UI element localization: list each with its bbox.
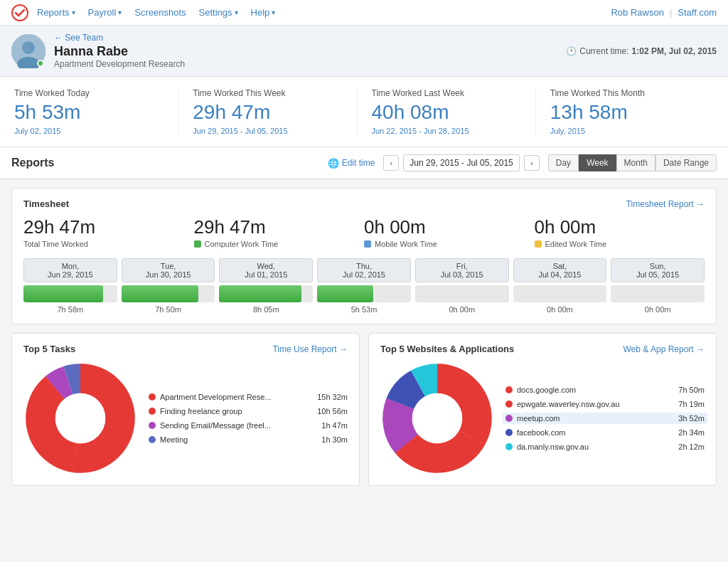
websites-legend: docs.google.com7h 50mepwgate.waverley.ns… (505, 386, 705, 451)
ts-mobile-label: Mobile Work Time (364, 240, 535, 248)
tasks-legend: Apartment Development Rese...15h 32mFind… (149, 393, 348, 444)
stat-last-week: Time Worked Last Week 40h 08m Jun 22, 20… (358, 88, 536, 135)
websites-chart-area: docs.google.com7h 50mepwgate.waverley.ns… (380, 361, 705, 475)
stat-month-value: 13h 58m (550, 101, 700, 124)
web-app-report-link[interactable]: Web & App Report → (623, 344, 705, 354)
nav-user[interactable]: Rob Rawson (611, 7, 663, 18)
day-bar-2 (219, 285, 301, 302)
websites-donut-svg (380, 361, 494, 475)
main-content: Timesheet Timesheet Report → 29h 47m Tot… (0, 179, 728, 494)
prev-date-button[interactable]: ‹ (383, 155, 399, 171)
stat-month-label: Time Worked This Month (550, 88, 700, 98)
day-time-3: 5h 53m (317, 305, 411, 314)
stat-week-label: Time Worked This Week (193, 88, 342, 98)
logo[interactable] (11, 4, 28, 21)
day-col-6: Sun,Jul 05, 20150h 00m (611, 258, 705, 314)
nav-help[interactable]: Help ▾ (251, 7, 276, 18)
legend-value-0: 7h 50m (678, 386, 705, 394)
nav-settings[interactable]: Settings ▾ (199, 7, 238, 18)
top-tasks-header: Top 5 Tasks Time Use Report → (23, 344, 348, 354)
see-team-link[interactable]: See Team (54, 33, 185, 43)
day-bar-wrap-5 (513, 285, 607, 302)
svg-point-14 (412, 393, 462, 443)
legend-item-3: Meeting1h 30m (149, 435, 348, 444)
legend-label-3: facebook.com (517, 428, 674, 437)
legend-dot-0 (149, 393, 156, 401)
period-month-button[interactable]: Month (616, 154, 655, 171)
next-date-button[interactable]: › (524, 155, 540, 171)
tasks-donut-chart (23, 361, 137, 475)
yellow-dot-icon (535, 240, 542, 248)
period-daterange-button[interactable]: Date Range (655, 154, 717, 171)
period-week-button[interactable]: Week (579, 154, 616, 171)
day-bar-wrap-3 (317, 285, 411, 302)
top-navigation: Reports ▾ Payroll ▾ Screenshots Settings… (0, 0, 728, 26)
legend-value-2: 3h 52m (678, 414, 705, 423)
legend-label-0: Apartment Development Rese... (160, 393, 313, 401)
stat-today-date: July 02, 2015 (14, 127, 164, 135)
current-time: 🕐 Current time: 1:02 PM, Jul 02, 2015 (566, 46, 717, 56)
ts-mobile-value: 0h 00m (364, 216, 535, 238)
legend-value-1: 7h 19m (678, 400, 705, 408)
legend-item-0: Apartment Development Rese...15h 32m (149, 393, 348, 401)
timesheet-report-link[interactable]: Timesheet Report → (626, 199, 705, 209)
chevron-down-icon: ▾ (72, 9, 75, 16)
reports-header: Reports 🌐 Edit time ‹ Jun 29, 2015 - Jul… (0, 147, 728, 179)
nav-staff[interactable]: Staff.com (678, 7, 717, 18)
day-bar-1 (122, 285, 198, 302)
legend-item-1: Finding freelance group10h 56m (149, 407, 348, 415)
websites-donut-chart (380, 361, 494, 475)
day-time-0: 7h 58m (23, 305, 117, 314)
nav-payroll[interactable]: Payroll ▾ (88, 7, 122, 18)
day-header-6: Sun,Jul 05, 2015 (611, 258, 705, 282)
legend-label-1: epwgate.waverley.nsw.gov.au (517, 400, 674, 408)
legend-value-1: 10h 56m (317, 407, 348, 415)
stat-lastweek-date: Jun 22, 2015 - Jun 28, 2015 (372, 127, 521, 135)
stat-week-date: Jun 29, 2015 - Jul 05, 2015 (193, 127, 342, 135)
globe-icon: 🌐 (328, 158, 339, 169)
legend-value-3: 2h 34m (678, 428, 705, 437)
ts-edited-label: Edited Work Time (535, 240, 705, 248)
period-buttons: Day Week Month Date Range (548, 154, 717, 171)
legend-label-4: da.manly.nsw.gov.au (517, 442, 674, 451)
day-col-0: Mon,Jun 29, 20157h 58m (23, 258, 117, 314)
nav-screenshots[interactable]: Screenshots (134, 7, 186, 18)
stat-today-value: 5h 53m (14, 101, 164, 124)
timesheet-title: Timesheet (23, 198, 69, 209)
top-websites-title: Top 5 Websites & Applications (380, 344, 514, 354)
tasks-chart-area: Apartment Development Rese...15h 32mFind… (23, 361, 348, 475)
day-header-1: Tue,Jun 30, 2015 (122, 258, 215, 282)
stat-month: Time Worked This Month 13h 58m July, 201… (536, 88, 714, 135)
legend-dot-3 (149, 436, 156, 443)
stat-lastweek-label: Time Worked Last Week (372, 88, 521, 98)
day-col-2: Wed,Jul 01, 20158h 05m (219, 258, 313, 314)
date-range-display: Jun 29, 2015 - Jul 05, 2015 (403, 154, 519, 171)
day-header-0: Mon,Jun 29, 2015 (23, 258, 117, 282)
time-use-report-link[interactable]: Time Use Report → (272, 344, 348, 354)
edit-time-button[interactable]: 🌐 Edit time (328, 158, 375, 169)
profile-bar: See Team Hanna Rabe Apartment Developmen… (0, 26, 728, 77)
period-day-button[interactable]: Day (548, 154, 579, 171)
legend-item-4: da.manly.nsw.gov.au2h 12m (505, 442, 705, 451)
stats-row: Time Worked Today 5h 53m July 02, 2015 T… (0, 77, 728, 147)
legend-item-2: meetup.com3h 52m (503, 413, 707, 424)
day-bar-3 (317, 285, 373, 302)
legend-item-2: Sending Email/Message (freel...1h 47m (149, 421, 348, 430)
nav-reports[interactable]: Reports ▾ (37, 7, 75, 18)
svg-point-2 (22, 41, 35, 54)
ts-computer: 29h 47m Computer Work Time (194, 216, 365, 248)
legend-dot-1 (505, 401, 513, 408)
legend-dot-4 (505, 443, 513, 450)
day-time-1: 7h 50m (122, 305, 215, 314)
day-bar-wrap-6 (611, 285, 705, 302)
day-time-4: 0h 00m (415, 305, 509, 314)
day-col-4: Fri,Jul 03, 20150h 00m (415, 258, 509, 314)
stat-month-date: July, 2015 (550, 127, 700, 135)
day-bar-wrap-0 (23, 285, 117, 302)
profile-department: Apartment Development Research (54, 59, 185, 69)
ts-total-value: 29h 47m (23, 216, 194, 238)
nav-links: Reports ▾ Payroll ▾ Screenshots Settings… (37, 7, 611, 18)
stat-week-value: 29h 47m (193, 101, 342, 124)
legend-value-3: 1h 30m (321, 435, 348, 444)
legend-label-2: meetup.com (517, 414, 674, 423)
